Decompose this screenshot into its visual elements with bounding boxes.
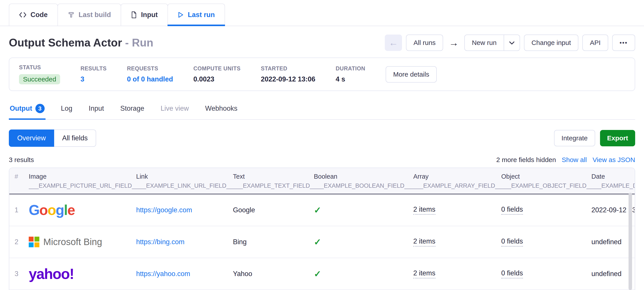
- file-icon: [131, 11, 137, 18]
- run-status-card: STATUS Succeeded RESULTS 3 REQUESTS 0 of…: [9, 58, 635, 91]
- row-index: 2: [14, 226, 29, 258]
- hidden-fields-note: 2 more fields hidden Show all View as JS…: [496, 156, 635, 164]
- microsoft-squares-icon: [29, 237, 39, 247]
- previous-run-button[interactable]: ←: [385, 35, 402, 51]
- stat-requests: REQUESTS 0 of 0 handled: [127, 65, 173, 83]
- object-cell[interactable]: 0 fields: [501, 269, 523, 278]
- overview-toggle-button[interactable]: Overview: [9, 129, 54, 147]
- stat-requests-value[interactable]: 0 of 0 handled: [127, 75, 173, 83]
- table-row: 1 Google https://google.com Google ✓ 2 i…: [9, 194, 635, 226]
- stat-started-label: STARTED: [261, 65, 315, 72]
- results-count: 3 results: [9, 156, 34, 164]
- table-header-row: # Image ___EXAMPLE_PICTURE_URL_FIELD___ …: [9, 168, 635, 194]
- view-as-json-link[interactable]: View as JSON: [592, 156, 635, 164]
- row-index: 1: [14, 194, 29, 226]
- code-icon: [19, 12, 26, 18]
- table-vertical-scrollbar[interactable]: [628, 193, 632, 290]
- stat-results: RESULTS 3: [80, 65, 106, 83]
- view-toggle: Overview All fields: [9, 129, 96, 147]
- link-cell[interactable]: https://google.com: [136, 206, 192, 214]
- google-logo-image: Google: [29, 202, 75, 218]
- tab-live-view[interactable]: Live view: [160, 103, 190, 119]
- image-cell: Microsoft Bing: [29, 226, 136, 258]
- status-badge: Succeeded: [19, 74, 60, 84]
- column-array: Array ___EXAMPLE_ARRAY_FIELD___: [413, 173, 501, 189]
- run-tab-bar: Output 3 Log Input Storage Live view Web…: [9, 102, 635, 120]
- stat-results-label: RESULTS: [80, 65, 106, 72]
- stat-results-value[interactable]: 3: [80, 75, 106, 83]
- table-row: 2 Microsoft Bing https://bing.com Bing ✓…: [9, 226, 635, 258]
- column-object: Object ___EXAMPLE_OBJECT_FIELD___: [501, 173, 592, 189]
- stat-status: STATUS Succeeded: [19, 64, 60, 84]
- page-title: Output Schema Actor- Run: [9, 36, 154, 49]
- output-toolbar: Overview All fields Integrate Export: [9, 129, 635, 147]
- array-cell[interactable]: 2 items: [413, 237, 435, 247]
- date-cell: undefined: [592, 226, 635, 258]
- stat-compute-units-label: COMPUTE UNITS: [194, 65, 240, 72]
- header-actions: ← All runs → New run Change input API ••…: [385, 35, 635, 51]
- stat-duration-value: 4 s: [336, 75, 365, 83]
- text-cell: Yahoo: [233, 258, 314, 289]
- stat-started: STARTED 2022-09-12 13:06: [261, 65, 315, 83]
- page-header: Output Schema Actor- Run ← All runs → Ne…: [9, 35, 635, 51]
- link-cell[interactable]: https://yahoo.com: [136, 270, 190, 278]
- array-cell[interactable]: 2 items: [413, 205, 435, 215]
- column-boolean: Boolean ___EXAMPLE_BOOLEAN_FIELD___: [314, 173, 413, 189]
- stat-duration-label: DURATION: [336, 65, 365, 72]
- boolean-true-check-icon: ✓: [314, 269, 321, 279]
- show-all-link[interactable]: Show all: [562, 156, 587, 164]
- all-fields-toggle-button[interactable]: All fields: [54, 129, 96, 147]
- integrate-button[interactable]: Integrate: [554, 130, 595, 146]
- object-cell[interactable]: 0 fields: [501, 237, 523, 247]
- column-date: Date ___EXAMPLE_DATE_FIELD___: [592, 173, 635, 189]
- tab-code[interactable]: Code: [9, 4, 58, 26]
- export-button[interactable]: Export: [600, 130, 635, 146]
- tab-last-build-label: Last build: [79, 11, 111, 19]
- date-cell: undefined: [592, 258, 635, 289]
- tab-log[interactable]: Log: [60, 103, 73, 119]
- new-run-button[interactable]: New run: [464, 35, 504, 51]
- new-run-dropdown-button[interactable]: [504, 35, 520, 51]
- next-run-button[interactable]: →: [447, 37, 460, 48]
- stat-started-value: 2022-09-12 13:06: [261, 75, 315, 83]
- stat-duration: DURATION 4 s: [336, 65, 365, 83]
- play-icon: [178, 12, 184, 18]
- tab-code-label: Code: [30, 11, 48, 19]
- stat-compute-units-value: 0.0023: [194, 75, 240, 83]
- object-cell[interactable]: 0 fields: [501, 205, 523, 215]
- tab-output[interactable]: Output 3: [9, 102, 46, 119]
- more-actions-button[interactable]: •••: [612, 35, 635, 51]
- api-button[interactable]: API: [582, 35, 608, 51]
- image-cell: yahoo!: [29, 258, 136, 289]
- array-cell[interactable]: 2 items: [413, 269, 435, 278]
- new-run-split-button: New run: [464, 35, 520, 51]
- tab-last-build[interactable]: Last build: [58, 4, 121, 26]
- image-cell: Google: [29, 194, 136, 226]
- link-cell[interactable]: https://bing.com: [136, 238, 184, 246]
- hammer-icon: [68, 11, 75, 18]
- table-row: 3 yahoo! https://yahoo.com Yahoo ✓ 2 ite…: [9, 258, 635, 290]
- text-cell: Google: [233, 194, 314, 226]
- tab-last-run-label: Last run: [188, 11, 215, 19]
- tab-storage[interactable]: Storage: [119, 103, 145, 119]
- column-text: Text ___EXAMPLE_TEXT_FIELD___: [233, 173, 314, 189]
- bing-logo-image: Microsoft Bing: [29, 237, 102, 247]
- boolean-true-check-icon: ✓: [314, 237, 321, 247]
- results-table: # Image ___EXAMPLE_PICTURE_URL_FIELD___ …: [9, 168, 635, 290]
- more-details-button[interactable]: More details: [386, 66, 437, 83]
- tab-run-input[interactable]: Input: [88, 103, 105, 119]
- all-runs-button[interactable]: All runs: [406, 35, 443, 51]
- build-tab-bar: Code Last build Input Last run: [0, 0, 644, 26]
- stat-status-label: STATUS: [19, 64, 60, 71]
- column-image: Image ___EXAMPLE_PICTURE_URL_FIELD___: [29, 173, 136, 189]
- toolbar-right: Integrate Export: [554, 130, 635, 146]
- tab-webhooks[interactable]: Webhooks: [204, 103, 238, 119]
- date-cell: 2022-09-12 13:06:0: [592, 194, 635, 226]
- tab-last-run[interactable]: Last run: [168, 4, 225, 26]
- tab-input-label: Input: [141, 11, 158, 19]
- stat-compute-units: COMPUTE UNITS 0.0023: [194, 65, 240, 83]
- chevron-down-icon: [509, 39, 515, 47]
- change-input-button[interactable]: Change input: [524, 35, 578, 51]
- yahoo-logo-image: yahoo!: [29, 265, 74, 282]
- tab-input[interactable]: Input: [121, 4, 168, 26]
